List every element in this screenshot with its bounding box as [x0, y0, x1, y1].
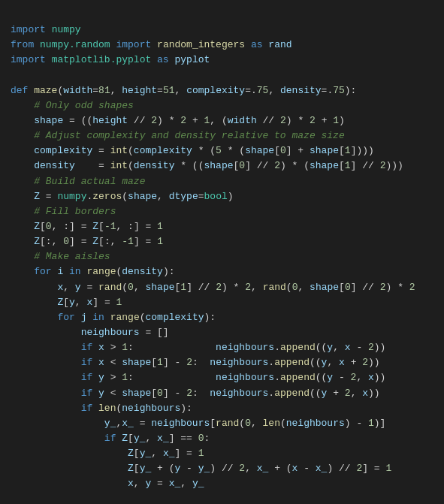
code-editor: import numpy from numpy.random import ra… [11, 8, 433, 504]
line-1: import numpy from numpy.random import ra… [11, 24, 444, 504]
